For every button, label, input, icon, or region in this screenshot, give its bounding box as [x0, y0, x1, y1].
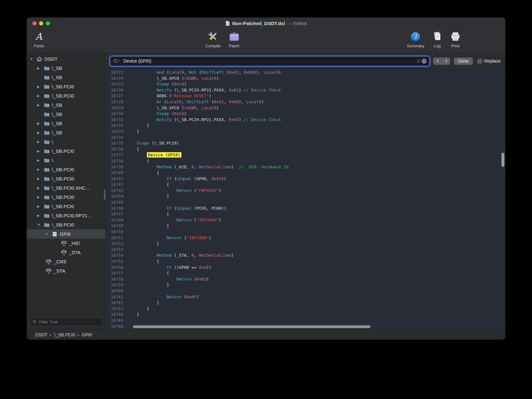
disclosure-down-icon[interactable]: ▼	[37, 223, 43, 227]
disclosure-right-icon[interactable]: ▶	[37, 214, 43, 217]
code-line[interactable]: 16764 }	[106, 312, 505, 318]
disclosure-right-icon[interactable]: ▶	[37, 103, 43, 107]
find-input[interactable]	[123, 58, 415, 64]
tree-item[interactable]: ▶\_SB.PCI0	[27, 165, 105, 174]
disclosure-right-icon[interactable]: ▶	[37, 85, 43, 88]
code-line[interactable]: 16762 }	[106, 300, 505, 306]
tree-item[interactable]: ▶\_SB.PCI0.RP21…	[27, 211, 105, 220]
code-line[interactable]: 16738 {	[106, 158, 505, 164]
tree-item[interactable]: ▶\	[27, 156, 105, 165]
clear-search-icon[interactable]: ✕	[422, 59, 426, 64]
code-line[interactable]: 16754 Method (_STA, 0, NotSerialized)	[106, 253, 505, 259]
tree-item[interactable]: ▶\_SB	[27, 119, 105, 128]
code-line[interactable]: 16753	[106, 247, 505, 253]
code-line[interactable]: 16727 ADBG ("Release RESET")	[106, 93, 505, 99]
tree-item[interactable]: ▶\_SB.PCI0	[27, 202, 105, 211]
code-line[interactable]: 16729 \_SB.SPC0 (\GGNR, Local0)	[106, 105, 505, 111]
disclosure-right-icon[interactable]: ▶	[37, 66, 43, 70]
tree-item[interactable]: _CRS	[27, 257, 105, 266]
code-line[interactable]: 16742 {	[106, 182, 505, 188]
disclosure-right-icon[interactable]: ▶	[37, 159, 43, 162]
find-previous-button[interactable]: ‹	[433, 57, 442, 65]
code-line[interactable]: 16724 \_SB.SPC0 (\GGNR, Local0)	[106, 76, 505, 82]
code-line[interactable]: 16743 Return ("PNP0C02")	[106, 188, 505, 194]
print-button[interactable]: Print	[450, 30, 461, 48]
tree-item[interactable]: _STA	[27, 266, 105, 275]
zoom-window-button[interactable]	[46, 21, 50, 25]
disclosure-down-icon[interactable]: ▼	[45, 232, 51, 236]
disclosure-right-icon[interactable]: ▶	[37, 186, 43, 190]
breadcrumb-item[interactable]: GPI0	[82, 332, 92, 337]
minimize-window-button[interactable]	[39, 21, 43, 25]
disclosure-right-icon[interactable]: ▶	[37, 149, 43, 153]
tree-item[interactable]: ▼DSDT	[27, 54, 105, 64]
code-line[interactable]: 16755 {	[106, 259, 505, 265]
code-line[interactable]: 16757 {	[106, 270, 505, 276]
tree-item[interactable]: ▶\_SB.PCI0	[27, 193, 105, 202]
code-line[interactable]: 16730 Sleep (0xC8)	[106, 111, 505, 117]
code-line[interactable]: 16734	[106, 135, 505, 141]
code-line[interactable]: 16725 Sleep (0xC8)	[106, 81, 505, 87]
done-button[interactable]: Done	[454, 57, 473, 65]
code-line[interactable]: 16741 If (LEqual (GPHD, 0x01))	[106, 176, 505, 182]
filter-tree-field[interactable]	[30, 318, 102, 326]
tree-item[interactable]: _HID	[27, 239, 105, 248]
search-menu-icon[interactable]	[113, 59, 120, 64]
fonts-button[interactable]: A Fonts	[34, 30, 44, 48]
tree-item[interactable]: ▶\_SB	[27, 100, 105, 110]
disclosure-right-icon[interactable]: ▶	[37, 205, 43, 208]
disclosure-right-icon[interactable]: ▶	[37, 168, 43, 171]
tree-item[interactable]: ▼GPI0	[27, 229, 105, 239]
code-line[interactable]: 16745	[106, 200, 505, 206]
patch-button[interactable]: Patch	[229, 30, 240, 48]
code-line[interactable]: 16760	[106, 288, 505, 294]
code-line[interactable]: 16756 If ((GPHD == One))	[106, 265, 505, 271]
disclosure-right-icon[interactable]: ▶	[37, 94, 43, 98]
code-line[interactable]: 16746 If (LEqual (PCHS, PCHH))	[106, 206, 505, 212]
vertical-scrollbar-thumb[interactable]	[501, 153, 504, 167]
find-next-button[interactable]: ›	[442, 57, 450, 65]
code-line[interactable]: 16765	[106, 318, 505, 324]
tree-item[interactable]: ▶\_SB.PCI0	[27, 91, 105, 100]
summary-button[interactable]: i Summary	[407, 30, 425, 48]
code-line[interactable]: 16752 }	[106, 241, 505, 247]
disclosure-right-icon[interactable]: ▶	[37, 195, 43, 199]
code-line[interactable]: 16726 Notify (\_SB.PCI0.RP21.PXSX, 0x01)…	[106, 87, 505, 93]
tree-item[interactable]: ▶\_SB.PCI0	[27, 146, 105, 156]
titlebar[interactable]: Non-Patched_DSDT.dsl — Edited	[27, 17, 505, 29]
code-line[interactable]: 16737 Device (GPI0)	[106, 152, 505, 158]
code-line[interactable]: 16749 }	[106, 223, 505, 229]
filter-tree-input[interactable]	[38, 319, 99, 325]
replace-checkbox[interactable]	[477, 59, 482, 64]
code-line[interactable]: 16740 {	[106, 170, 505, 176]
tree-item[interactable]: _STA	[27, 248, 105, 257]
disclosure-down-icon[interactable]: ▼	[30, 57, 36, 61]
code-line[interactable]: 16759 }	[106, 282, 505, 288]
tree-item[interactable]: ▶\_SB.PCI0	[27, 174, 105, 183]
tree-item[interactable]: ▶\_SB.PCI0.XHC…	[27, 183, 105, 193]
tree-item[interactable]: ▶\	[27, 137, 105, 146]
find-field[interactable]: 2 ✕	[110, 56, 430, 66]
tree-item[interactable]: ▶\_SB.PCI0	[27, 82, 105, 91]
code-line[interactable]: 16735 Scope (\_SB.PCI0)	[106, 140, 505, 146]
code-line[interactable]: 16750	[106, 229, 505, 235]
code-line[interactable]: 16731 Notify (\_SB.PCI0.RP21.PXSX, 0x01)…	[106, 117, 505, 123]
tree-item[interactable]: ▶\_SB	[27, 128, 105, 137]
tree-item[interactable]: \_SB	[27, 73, 105, 82]
breadcrumb-item[interactable]: \_SB.PCI0	[54, 332, 75, 337]
code-line[interactable]: 16747 {	[106, 211, 505, 217]
breadcrumb-item[interactable]: DSDT	[35, 332, 47, 337]
disclosure-right-icon[interactable]: ▶	[37, 140, 43, 144]
log-button[interactable]: Log	[432, 30, 442, 48]
horizontal-scrollbar-thumb[interactable]	[133, 325, 371, 328]
code-editor[interactable]: 16723 And (Local0, Not (ShiftLeft (0x01,…	[106, 69, 505, 330]
close-window-button[interactable]	[32, 21, 37, 25]
code-line[interactable]: 16748 Return ("INT3450")	[106, 217, 505, 223]
code-line[interactable]: 16739 Method (_HID, 0, NotSerialized) //…	[106, 164, 505, 170]
code-line[interactable]: 16763 }	[106, 306, 505, 312]
tree-item[interactable]: ▼\_SB.PCI0	[27, 220, 105, 229]
code-line[interactable]: 16736 {	[106, 146, 505, 152]
disclosure-right-icon[interactable]: ▶	[37, 131, 43, 134]
code-line[interactable]: 16733 }	[106, 129, 505, 135]
document-proxy-icon[interactable]	[225, 21, 230, 26]
